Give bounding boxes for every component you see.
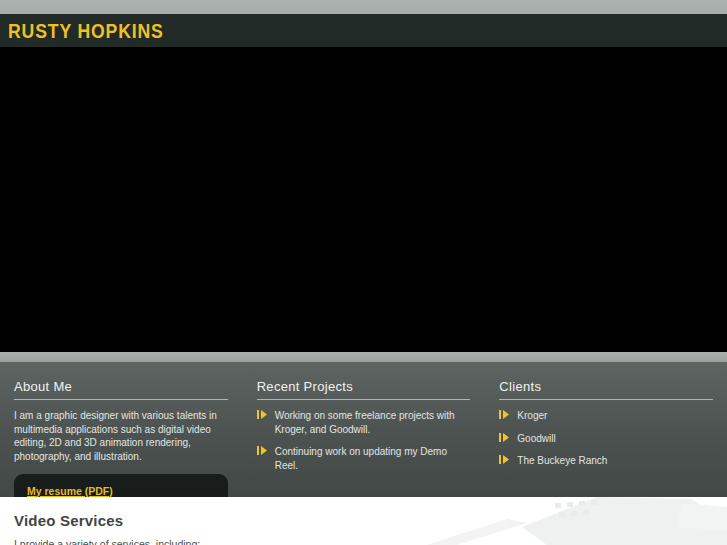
about-column: About Me I am a graphic designer with va…	[14, 379, 228, 497]
about-body: I am a graphic designer with various tal…	[14, 409, 228, 463]
list-item-text: Kroger	[517, 409, 547, 423]
page: RUSTY HOPKINS About Me I am a graphic de…	[0, 0, 727, 545]
divider-strip	[0, 352, 727, 362]
services-intro: I provide a variety of services, includi…	[14, 538, 727, 545]
recent-projects-title: Recent Projects	[257, 379, 471, 394]
play-bullet-icon	[257, 446, 267, 455]
clients-list: Kroger Goodwill The Buckeye Ranch	[499, 409, 713, 468]
play-bullet-icon	[499, 410, 509, 419]
list-item: The Buckeye Ranch	[499, 454, 713, 468]
resume-link[interactable]: My resume (PDF)	[27, 485, 113, 497]
info-section: About Me I am a graphic designer with va…	[0, 362, 727, 497]
clients-title-rule	[499, 399, 713, 400]
list-item: Goodwill	[499, 432, 713, 446]
services-title: Video Services	[14, 512, 727, 529]
list-item-text: Working on some freelance projects with …	[275, 409, 471, 436]
top-strip	[0, 0, 727, 14]
list-item: Continuing work on updating my Demo Reel…	[257, 445, 471, 472]
play-bullet-icon	[257, 410, 267, 419]
play-bullet-icon	[499, 455, 509, 464]
clients-title: Clients	[499, 379, 713, 394]
header-bar: RUSTY HOPKINS	[0, 14, 727, 47]
media-stage	[0, 47, 727, 352]
list-item-text: The Buckeye Ranch	[517, 454, 607, 468]
clients-column: Clients Kroger Goodwill	[499, 379, 713, 497]
services-section: Video Services I provide a variety of se…	[0, 497, 727, 545]
about-title-rule	[14, 399, 228, 400]
recent-projects-list: Working on some freelance projects with …	[257, 409, 471, 472]
play-bullet-icon	[499, 433, 509, 442]
recent-projects-column: Recent Projects Working on some freelanc…	[257, 379, 471, 497]
list-item-text: Goodwill	[517, 432, 555, 446]
list-item: Kroger	[499, 409, 713, 423]
list-item-text: Continuing work on updating my Demo Reel…	[275, 445, 471, 472]
brand-logo[interactable]: RUSTY HOPKINS	[8, 19, 164, 43]
about-title: About Me	[14, 379, 228, 394]
recent-projects-title-rule	[257, 399, 471, 400]
list-item: Working on some freelance projects with …	[257, 409, 471, 436]
